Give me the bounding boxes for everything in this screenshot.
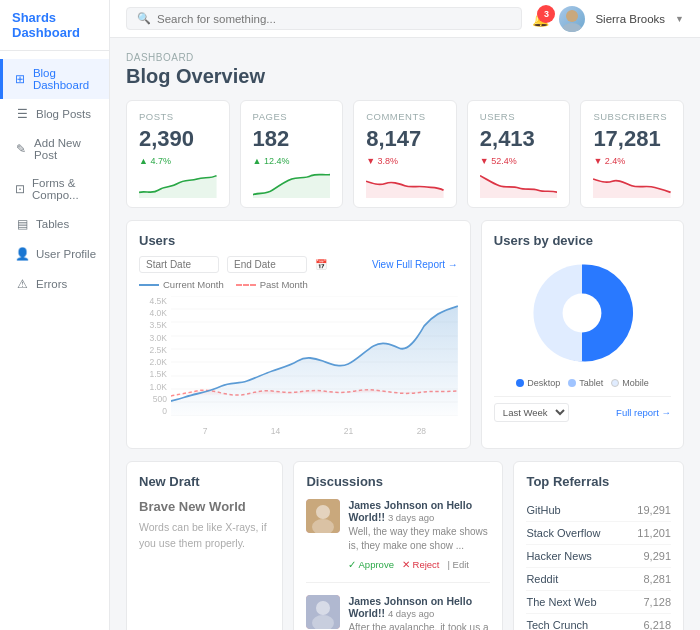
errors-icon: ⚠ — [15, 277, 29, 291]
start-date-input[interactable] — [139, 256, 219, 273]
legend-past-month: Past Month — [236, 279, 308, 290]
referral-row: Stack Overflow 11,201 — [526, 522, 671, 545]
stat-value: 182 — [253, 126, 331, 152]
search-input[interactable] — [157, 13, 337, 25]
sidebar-item-errors[interactable]: ⚠ Errors — [0, 269, 109, 299]
stat-trend: ▼ 52.4% — [480, 156, 558, 166]
reject-button[interactable]: ✕ Reject — [402, 559, 440, 570]
tablet-dot — [568, 379, 576, 387]
legend-desktop: Desktop — [516, 378, 560, 388]
sidebar-item-blog-dashboard[interactable]: ⊞ Blog Dashboard — [0, 59, 109, 99]
view-full-report-link[interactable]: View Full Report → — [372, 259, 458, 270]
sidebar-label-forms: Forms & Compo... — [32, 177, 97, 201]
top-referrals-title: Top Referrals — [526, 474, 671, 489]
stat-card-posts: POSTS 2,390 ▲ 4.7% — [126, 100, 230, 208]
sidebar-label-tables: Tables — [36, 218, 69, 230]
line-chart-svg — [171, 296, 458, 416]
sidebar-item-tables[interactable]: ▤ Tables — [0, 209, 109, 239]
sidebar-label-user-profile: User Profile — [36, 248, 96, 260]
stat-card-subscribers: SUBSCRIBERS 17,281 ▼ 2.4% — [580, 100, 684, 208]
disc-header: James Johnson on Hello World!! 3 days ag… — [348, 499, 490, 523]
period-select[interactable]: Last Week — [494, 403, 569, 422]
page-title: Blog Overview — [126, 65, 684, 88]
sparkline — [253, 170, 331, 198]
approve-button[interactable]: ✓ Approve — [348, 559, 394, 570]
draft-body-text: Words can be like X-rays, if you use the… — [139, 520, 270, 552]
notification-badge: 3 — [537, 5, 555, 23]
chevron-down-icon: ▼ — [675, 14, 684, 24]
search-icon: 🔍 — [137, 12, 151, 25]
referrals-list: GitHub 19,291 Stack Overflow 11,201 Hack… — [526, 499, 671, 630]
x-label: 28 — [417, 426, 426, 436]
referral-row: The Next Web 7,128 — [526, 591, 671, 614]
search-box[interactable]: 🔍 — [126, 7, 522, 30]
referral-name: Tech Crunch — [526, 619, 588, 630]
chart-inner — [171, 296, 458, 416]
stat-trend: ▲ 12.4% — [253, 156, 331, 166]
stat-label: COMMENTS — [366, 111, 444, 122]
dashboard-icon: ⊞ — [15, 72, 26, 86]
referral-name: Reddit — [526, 573, 558, 585]
notification-bell[interactable]: 🔔 3 — [532, 11, 549, 27]
stat-card-users: USERS 2,413 ▼ 52.4% — [467, 100, 571, 208]
referral-count: 11,201 — [637, 527, 671, 539]
discussion-item: James Johnson on Hello World!! 3 days ag… — [306, 499, 490, 583]
y-label: 4.0K — [139, 308, 167, 318]
referral-count: 19,291 — [637, 504, 671, 516]
y-label: 4.5K — [139, 296, 167, 306]
device-chart-title: Users by device — [494, 233, 671, 248]
sidebar-item-add-post[interactable]: ✎ Add New Post — [0, 129, 109, 169]
disc-text: Well, the way they make shows is, they m… — [348, 525, 490, 553]
header: 🔍 🔔 3 Sierra Brooks ▼ — [110, 0, 700, 38]
legend-mobile: Mobile — [611, 378, 649, 388]
disc-avatar — [306, 499, 340, 533]
draft-title-input[interactable] — [139, 499, 270, 514]
end-date-input[interactable] — [227, 256, 307, 273]
header-right: 🔔 3 Sierra Brooks ▼ — [532, 6, 684, 32]
current-month-line — [139, 284, 159, 286]
referral-row: Reddit 8,281 — [526, 568, 671, 591]
mobile-label: Mobile — [622, 378, 649, 388]
device-chart-card: Users by device — [481, 220, 684, 449]
avatar — [559, 6, 585, 32]
discussions-title: Discussions — [306, 474, 490, 489]
x-axis: 7142128 — [171, 426, 458, 436]
x-label: 21 — [344, 426, 353, 436]
tables-icon: ▤ — [15, 217, 29, 231]
content-area: DASHBOARD Blog Overview POSTS 2,390 ▲ 4.… — [110, 38, 700, 630]
main-area: 🔍 🔔 3 Sierra Brooks ▼ DASHBOARD Blog Ove… — [110, 0, 700, 630]
sidebar-item-blog-posts[interactable]: ☰ Blog Posts — [0, 99, 109, 129]
y-label: 1.0K — [139, 382, 167, 392]
disc-content: James Johnson on Hello World!! 4 days ag… — [348, 595, 490, 630]
y-label: 2.5K — [139, 345, 167, 355]
posts-icon: ☰ — [15, 107, 29, 121]
forms-icon: ⊡ — [15, 182, 25, 196]
bottom-row: New Draft Words can be like X-rays, if y… — [126, 461, 684, 630]
chart-controls: 📅 View Full Report → — [139, 256, 458, 273]
full-report-link[interactable]: Full report → — [616, 407, 671, 418]
sidebar-label-blog-dashboard: Blog Dashboard — [33, 67, 97, 91]
x-label: 7 — [203, 426, 208, 436]
pie-chart — [527, 258, 637, 368]
stat-value: 2,390 — [139, 126, 217, 152]
edit-button[interactable]: | Edit — [448, 559, 469, 570]
sidebar-item-user-profile[interactable]: 👤 User Profile — [0, 239, 109, 269]
new-draft-card: New Draft Words can be like X-rays, if y… — [126, 461, 283, 630]
past-month-line — [236, 284, 256, 286]
calendar-icon: 📅 — [315, 259, 327, 270]
referral-name: GitHub — [526, 504, 560, 516]
disc-content: James Johnson on Hello World!! 3 days ag… — [348, 499, 490, 570]
svg-point-14 — [316, 505, 330, 519]
referral-name: Hacker News — [526, 550, 591, 562]
sidebar-label-errors: Errors — [36, 278, 67, 290]
breadcrumb: DASHBOARD — [126, 52, 684, 63]
add-icon: ✎ — [15, 142, 27, 156]
legend-current-label: Current Month — [163, 279, 224, 290]
chart-legend: Current Month Past Month — [139, 279, 458, 290]
referral-name: The Next Web — [526, 596, 596, 608]
users-chart-card: Users 📅 View Full Report → Current Month… — [126, 220, 471, 449]
desktop-dot — [516, 379, 524, 387]
device-footer: Last Week Full report → — [494, 396, 671, 422]
disc-actions: ✓ Approve ✕ Reject | Edit — [348, 559, 490, 570]
sidebar-item-forms[interactable]: ⊡ Forms & Compo... — [0, 169, 109, 209]
